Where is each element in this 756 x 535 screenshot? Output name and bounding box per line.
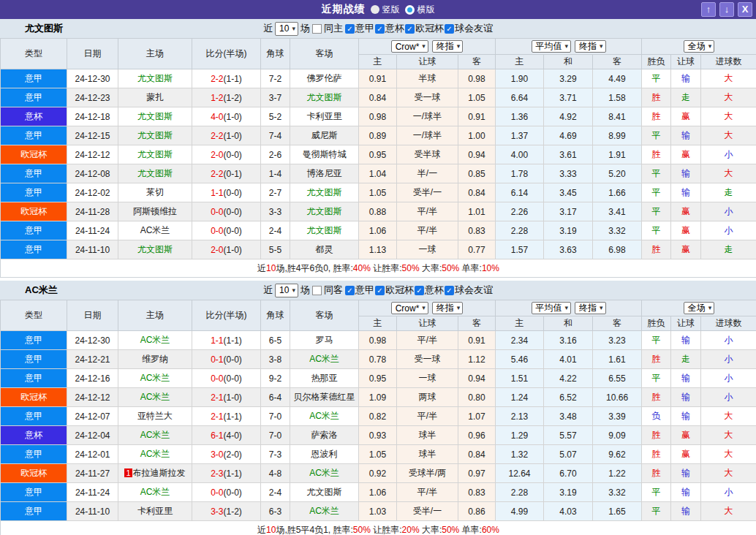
summary-segment: 单率: xyxy=(459,263,482,273)
odds-away-cell: 0.94 xyxy=(458,145,496,164)
match-row: 意甲24-12-07亚特兰大2-1(1-1)7-0AC米兰0.82平/半1.07… xyxy=(1,407,756,426)
rounds-select[interactable]: 10▾ xyxy=(275,284,298,297)
away-team-cell: 热那亚 xyxy=(290,369,359,388)
col-header-avg-away: 客 xyxy=(593,316,642,331)
avg-source-select[interactable]: 平均值▾ xyxy=(532,40,572,53)
home-team-cell: AC米兰 xyxy=(118,445,192,464)
odds-home-cell: 1.06 xyxy=(359,483,397,502)
move-up-button[interactable]: ↑ xyxy=(701,2,716,17)
avg-source-select[interactable]: 平均值▾ xyxy=(532,302,572,314)
col-header-type: 类型 xyxy=(1,39,67,69)
summary-segment: 50% xyxy=(442,263,459,273)
col-header-odds-away: 客 xyxy=(458,316,496,331)
odds-group-header: Crow*▾ 终指▾ xyxy=(359,300,496,316)
date-cell: 24-12-15 xyxy=(67,126,118,145)
chevron-down-icon: ▾ xyxy=(292,287,295,294)
avg-home-cell: 1.36 xyxy=(496,107,544,126)
goals-cell: 小 xyxy=(701,388,756,407)
col-header-corner: 角球 xyxy=(261,300,290,331)
handicap-cell: 平/半 xyxy=(397,202,458,221)
odds-away-cell: 0.80 xyxy=(458,388,496,407)
goals-cell: 大 xyxy=(701,126,756,145)
odds-away-cell: 0.85 xyxy=(458,164,496,183)
handicap-cell: 平/半 xyxy=(397,221,458,240)
handicap-result-cell: 输 xyxy=(671,464,701,483)
layout-radio-horizontal[interactable]: 横版 xyxy=(405,4,435,16)
league-checkbox[interactable]: ✓ xyxy=(375,286,385,295)
summary-row: 近10场,胜5平4负1, 胜率:50% 让胜率:20% 大率:50% 单率:60… xyxy=(1,521,756,535)
score-cell: 4-0(1-0) xyxy=(192,107,261,126)
odds-home-cell: 1.05 xyxy=(359,445,397,464)
close-button[interactable]: X xyxy=(738,2,752,17)
avg-draw-cell: 3.48 xyxy=(544,407,593,426)
away-team-cell: AC米兰 xyxy=(290,502,359,521)
avg-final-select[interactable]: 终指▾ xyxy=(575,40,606,53)
away-team-cell: 贝尔格莱德红星 xyxy=(290,388,359,407)
goals-cell: 大 xyxy=(701,164,756,183)
odds-final-select[interactable]: 终指▾ xyxy=(432,40,464,53)
odds-home-cell: 0.93 xyxy=(359,426,397,445)
date-cell: 24-12-23 xyxy=(67,88,118,107)
odds-final-select[interactable]: 终指▾ xyxy=(432,302,464,314)
same-venue-checkbox[interactable] xyxy=(312,24,322,34)
league-checkbox[interactable]: ✓ xyxy=(375,24,385,34)
layout-radio-vertical[interactable]: 竖版 xyxy=(371,4,400,16)
league-checkbox[interactable]: ✓ xyxy=(445,24,454,34)
league-label: 意甲 xyxy=(355,284,374,297)
result-cell: 平 xyxy=(642,369,671,388)
same-venue-checkbox[interactable] xyxy=(312,286,322,295)
corner-cell: 4-8 xyxy=(261,464,290,483)
radio-unselected-icon[interactable] xyxy=(405,5,415,15)
odds-source-select[interactable]: Crow*▾ xyxy=(391,40,428,53)
avg-draw-cell: 4.03 xyxy=(544,502,593,521)
avg-final-select[interactable]: 终指▾ xyxy=(575,302,606,314)
match-row: 欧冠杯24-11-271布拉迪斯拉发2-3(1-1)4-8AC米兰0.92受球半… xyxy=(1,464,756,483)
avg-draw-cell: 3.71 xyxy=(544,88,593,107)
summary-segment: 10% xyxy=(482,263,499,273)
handicap-result-cell: 输 xyxy=(671,331,701,350)
odds-away-cell: 0.86 xyxy=(458,502,496,521)
avg-draw-cell: 3.16 xyxy=(544,331,593,350)
away-team-cell: 罗马 xyxy=(290,331,359,350)
league-checkbox[interactable]: ✓ xyxy=(345,24,355,34)
page-title: 近期战绩 xyxy=(322,3,366,16)
avg-home-cell: 2.26 xyxy=(496,202,544,221)
corner-cell: 5-5 xyxy=(261,240,290,259)
league-cell: 意甲 xyxy=(1,69,67,88)
avg-away-cell: 5.20 xyxy=(593,164,642,183)
league-cell: 意甲 xyxy=(1,240,67,259)
avg-away-cell: 3.32 xyxy=(593,483,642,502)
corner-cell: 6-5 xyxy=(261,331,290,350)
avg-away-cell: 4.49 xyxy=(593,69,642,88)
odds-home-cell: 1.03 xyxy=(359,502,397,521)
league-checkbox[interactable]: ✓ xyxy=(445,286,454,295)
home-team-cell: AC米兰 xyxy=(118,221,192,240)
result-cell: 胜 xyxy=(642,464,671,483)
handicap-result-cell: 赢 xyxy=(671,445,701,464)
league-cell: 意甲 xyxy=(1,483,67,502)
league-checkbox[interactable]: ✓ xyxy=(345,286,355,295)
home-team-cell: AC米兰 xyxy=(118,388,192,407)
odds-source-select[interactable]: Crow*▾ xyxy=(391,302,428,314)
summary-segment: 60% xyxy=(482,525,499,535)
corner-cell: 6-4 xyxy=(261,388,290,407)
date-cell: 24-11-24 xyxy=(67,221,118,240)
rounds-select[interactable]: 10▾ xyxy=(275,22,298,36)
scope-select[interactable]: 全场▾ xyxy=(684,302,715,314)
match-row: 欧冠杯24-11-28阿斯顿维拉0-0(0-0)3-3尤文图斯0.88平/半1.… xyxy=(1,202,756,221)
league-checkbox[interactable]: ✓ xyxy=(415,286,424,295)
score-cell: 0-0(0-0) xyxy=(192,202,261,221)
scope-select[interactable]: 全场▾ xyxy=(684,40,715,53)
league-checkbox[interactable]: ✓ xyxy=(405,24,415,34)
avg-draw-cell: 4.01 xyxy=(544,350,593,369)
radio-selected-icon[interactable] xyxy=(371,5,379,14)
odds-away-cell: 0.97 xyxy=(458,464,496,483)
handicap-cell: 半/一 xyxy=(397,164,458,183)
move-down-button[interactable]: ↓ xyxy=(719,2,734,17)
result-cell: 胜 xyxy=(642,88,671,107)
avg-home-cell: 6.64 xyxy=(496,88,544,107)
league-cell: 意甲 xyxy=(1,445,67,464)
summary-row: 近10场,胜4平6负0, 胜率:40% 让胜率:50% 大率:50% 单率:10… xyxy=(1,259,756,278)
col-header-handicap-result: 让球 xyxy=(671,55,701,69)
avg-home-cell: 2.34 xyxy=(496,331,544,350)
